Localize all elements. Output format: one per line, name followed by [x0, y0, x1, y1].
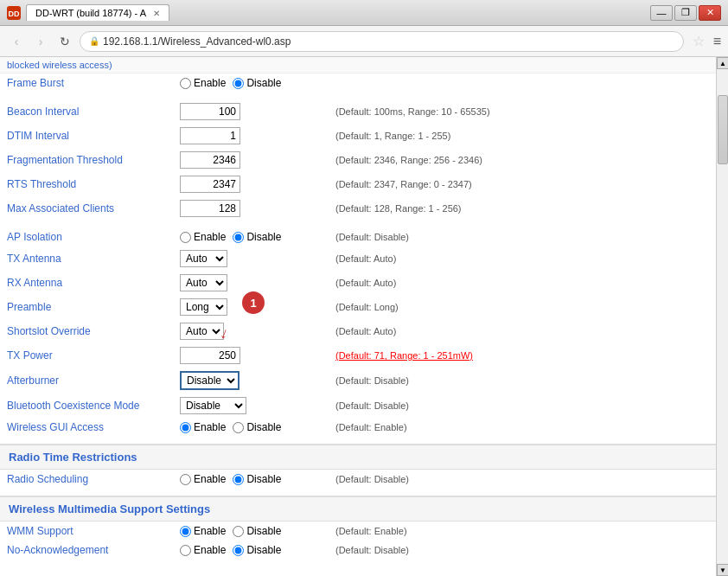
radio-scheduling-radio-group: Enable Disable — [180, 473, 322, 485]
ap-isolation-disable-label[interactable]: Disable — [233, 231, 281, 243]
preamble-label: Preamble — [7, 301, 51, 313]
annotation-circle: 1 — [242, 291, 265, 314]
minimize-button[interactable]: — — [650, 5, 673, 21]
shortslot-select[interactable]: Auto On Off — [180, 323, 224, 340]
dtim-interval-row: DTIM Interval (Default: 1, Range: 1 - 25… — [0, 124, 716, 148]
no-ack-hint: (Default: Disable) — [335, 545, 409, 555]
titlebar: DD DD-WRT (build 18774) - A ✕ — ❐ ✕ — [0, 0, 728, 26]
frame-burst-disable-radio[interactable] — [233, 78, 244, 89]
rts-threshold-hint: (Default: 2347, Range: 0 - 2347) — [335, 179, 472, 189]
top-notice-row: blocked wireless access) — [0, 57, 716, 74]
ap-isolation-label: AP Isolation — [7, 231, 62, 243]
radio-time-restrictions-header: Radio Time Restrictions — [0, 444, 716, 470]
address-bar[interactable]: 🔒 192.168.1.1/Wireless_Advanced-wl0.asp — [80, 31, 684, 52]
beacon-interval-input[interactable] — [180, 103, 240, 120]
frag-threshold-input[interactable] — [180, 151, 240, 169]
tx-antenna-select[interactable]: Auto Left Right — [180, 250, 227, 267]
no-ack-enable-label[interactable]: Enable — [180, 544, 226, 556]
frame-burst-label: Frame Burst — [7, 77, 64, 89]
wireless-multimedia-title: Wireless Multimedia Support Settings — [9, 502, 210, 515]
wireless-gui-radio-group: Enable Disable — [180, 421, 322, 433]
radio-scheduling-enable-label[interactable]: Enable — [180, 473, 226, 485]
ap-isolation-row: AP Isolation Enable Disable — [0, 227, 716, 246]
rts-threshold-label: RTS Threshold — [7, 178, 76, 190]
rx-antenna-label: RX Antenna — [7, 277, 62, 289]
tab-label: DD-WRT (build 18774) - A — [35, 8, 146, 18]
rx-antenna-select[interactable]: Auto Left Right — [180, 274, 227, 291]
scrollbar-down-button[interactable]: ▼ — [717, 564, 728, 576]
dtim-interval-hint: (Default: 1, Range: 1 - 255) — [335, 131, 450, 141]
url-text: 192.168.1.1/Wireless_Advanced-wl0.asp — [103, 35, 291, 48]
ap-isolation-enable-radio[interactable] — [180, 232, 191, 243]
wireless-gui-enable-label[interactable]: Enable — [180, 421, 226, 433]
radio-scheduling-disable-radio[interactable] — [233, 474, 244, 485]
frame-burst-disable-label[interactable]: Disable — [233, 77, 281, 89]
wmm-support-radio-group: Enable Disable — [180, 525, 322, 537]
page-area: blocked wireless access) Frame Burst Ena… — [0, 57, 716, 576]
ap-isolation-enable-label[interactable]: Enable — [180, 231, 226, 243]
back-button[interactable]: ‹ — [7, 32, 26, 51]
afterburner-hint: (Default: Disable) — [335, 375, 409, 386]
scrollbar-up-button[interactable]: ▲ — [717, 57, 728, 69]
afterburner-label: Afterburner — [7, 374, 59, 387]
max-clients-hint: (Default: 128, Range: 1 - 256) — [335, 203, 462, 214]
browser-icon: DD — [7, 6, 21, 20]
no-ack-radio-group: Enable Disable — [180, 544, 322, 556]
frame-burst-radio-group: Enable Disable — [180, 77, 322, 89]
wmm-support-hint: (Default: Enable) — [335, 526, 407, 536]
bluetooth-select[interactable]: Disable Preferred Enabled — [180, 397, 246, 414]
tab-close-button[interactable]: ✕ — [153, 9, 160, 18]
wmm-support-row: WMM Support Enable Disable — [0, 522, 716, 541]
wmm-disable-label[interactable]: Disable — [233, 525, 281, 537]
restore-button[interactable]: ❐ — [674, 5, 697, 21]
max-clients-label: Max Associated Clients — [7, 202, 114, 214]
settings-table: Frame Burst Enable Disable — [0, 74, 716, 437]
tx-antenna-hint: (Default: Auto) — [335, 253, 396, 264]
tx-power-input[interactable] — [180, 347, 240, 364]
wireless-multimedia-table: WMM Support Enable Disable — [0, 522, 716, 560]
forward-button[interactable]: › — [31, 32, 50, 51]
frag-threshold-label: Fragmentation Threshold — [7, 154, 123, 166]
main-content: blocked wireless access) Frame Burst Ena… — [0, 57, 728, 576]
refresh-button[interactable]: ↻ — [55, 32, 74, 51]
wireless-gui-row: Wireless GUI Access Enable Disable — [0, 418, 716, 437]
no-ack-label: No-Acknowledgement — [7, 544, 108, 556]
preamble-hint: (Default: Long) — [335, 302, 399, 312]
bluetooth-hint: (Default: Disable) — [335, 400, 409, 411]
shortslot-row: Shortslot Override Auto On Off ↓ (Defaul… — [0, 319, 716, 343]
wmm-enable-radio[interactable] — [180, 526, 191, 537]
dtim-interval-input[interactable] — [180, 127, 240, 144]
browser-tab[interactable]: DD-WRT (build 18774) - A ✕ — [26, 4, 169, 21]
tx-power-label: TX Power — [7, 349, 53, 362]
wireless-gui-disable-radio[interactable] — [233, 422, 244, 433]
ap-isolation-disable-radio[interactable] — [233, 232, 244, 243]
beacon-interval-row: Beacon Interval (Default: 100ms, Range: … — [0, 99, 716, 124]
wmm-disable-radio[interactable] — [233, 526, 244, 537]
no-ack-enable-radio[interactable] — [180, 545, 191, 556]
svg-text:DD: DD — [9, 10, 20, 18]
rts-threshold-input[interactable] — [180, 176, 240, 193]
radio-scheduling-enable-radio[interactable] — [180, 474, 191, 485]
max-clients-input[interactable] — [180, 200, 240, 217]
beacon-interval-label: Beacon Interval — [7, 106, 79, 118]
no-ack-disable-radio[interactable] — [233, 545, 244, 556]
scrollbar[interactable]: ▲ ▼ — [716, 57, 728, 576]
wireless-gui-enable-radio[interactable] — [180, 422, 191, 433]
close-button[interactable]: ✕ — [699, 5, 721, 21]
shortslot-hint: (Default: Auto) — [335, 326, 396, 336]
bluetooth-row: Bluetooth Coexistence Mode Disable Prefe… — [0, 394, 716, 418]
tx-power-row: TX Power (Default: 71, Range: 1 - 251mW) — [0, 343, 716, 368]
ap-isolation-radio-group: Enable Disable — [180, 231, 322, 243]
scrollbar-thumb[interactable] — [718, 95, 728, 164]
wireless-gui-disable-label[interactable]: Disable — [233, 421, 281, 433]
frame-burst-enable-label[interactable]: Enable — [180, 77, 226, 89]
radio-scheduling-disable-label[interactable]: Disable — [233, 473, 281, 485]
no-ack-disable-label[interactable]: Disable — [233, 544, 281, 556]
frame-burst-enable-radio[interactable] — [180, 78, 191, 89]
preamble-row: Preamble Long Short 1 (Default: Long) — [0, 295, 716, 319]
wmm-enable-label[interactable]: Enable — [180, 525, 226, 537]
bookmark-button[interactable]: ☆ — [693, 33, 705, 49]
preamble-select[interactable]: Long Short — [180, 298, 227, 316]
menu-button[interactable]: ≡ — [713, 34, 721, 49]
afterburner-select[interactable]: Disable Enable Auto — [180, 371, 239, 390]
